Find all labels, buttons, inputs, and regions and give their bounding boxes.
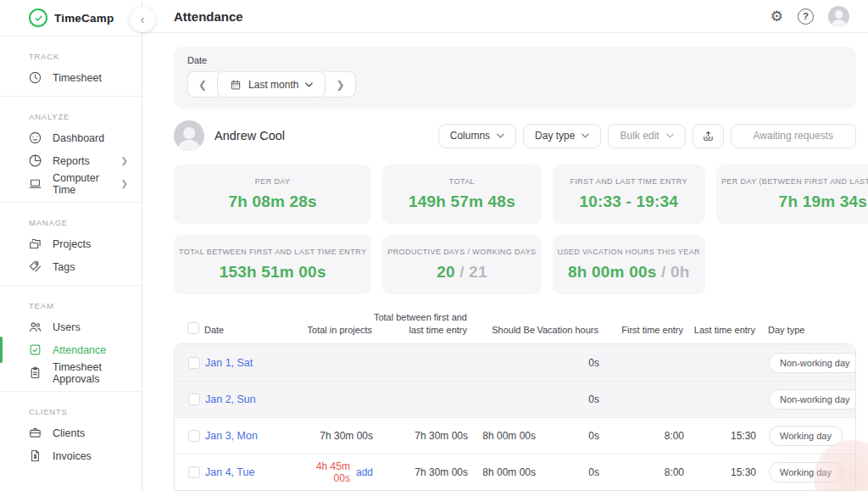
settings-gear-icon[interactable]: ⚙	[771, 9, 783, 24]
sidebar-item-reports[interactable]: Reports ❯	[0, 149, 142, 172]
sidebar-item-timesheet-approvals[interactable]: Timesheet Approvals	[0, 361, 142, 384]
awaiting-requests-button[interactable]: Awaiting requests	[731, 124, 857, 148]
cell-total-between: 7h 30m 00s	[373, 466, 468, 478]
dashboard-icon	[28, 131, 42, 145]
stat-label: PER DAY (BETWEEN FIRST AND LAST TIME ENT…	[721, 177, 868, 186]
sidebar-item-attendance[interactable]: Attendance	[0, 338, 142, 361]
table-row: Jan 3, Mon 7h 30m 00s 7h 30m 00s 8h 00m …	[175, 417, 855, 454]
day-type-badge[interactable]: Working day	[769, 462, 843, 483]
day-type-dropdown[interactable]: Day type	[523, 124, 601, 148]
chevron-right-icon: ❯	[121, 179, 128, 188]
clipboard-icon	[28, 365, 42, 380]
date-link[interactable]: Jan 2, Sun	[205, 393, 298, 405]
stat-value: 8h 00m 00s / 0h	[568, 263, 689, 282]
brand-name: TimeCamp	[54, 12, 114, 25]
stat-value: 7h 19m 34s	[779, 192, 867, 211]
columns-dropdown[interactable]: Columns	[438, 124, 516, 148]
sidebar-item-label: Reports	[53, 155, 90, 167]
cell-total-in-projects: 4h 45m 00s add	[298, 460, 373, 484]
col-total-between: Total between first and last time entry	[372, 311, 467, 336]
cell-day-type: Working day	[756, 462, 855, 483]
day-type-badge[interactable]: Non-working day	[769, 389, 856, 410]
section-label: CLIENTS	[0, 400, 142, 421]
sidebar-item-label: Clients	[53, 427, 85, 439]
stat-vacation-hours: USED VACATION HOURS THIS YEAR 8h 00m 00s…	[553, 235, 705, 294]
date-link[interactable]: Jan 1, Sat	[205, 357, 298, 369]
sidebar-item-dashboard[interactable]: Dashboard	[0, 126, 142, 149]
underlogged-time: 4h 45m 00s	[298, 460, 350, 484]
cell-last-time-entry: 15:30	[684, 430, 756, 442]
section-label: ANALYZE	[0, 105, 142, 126]
date-range-dropdown[interactable]: Last month	[217, 71, 326, 98]
brand-logo[interactable]: TimeCamp	[0, 0, 142, 36]
stat-label: FIRST AND LAST TIME ENTRY	[570, 177, 687, 186]
cell-first-time-entry: 8:00	[599, 466, 684, 478]
stat-per-day: PER DAY 7h 08m 28s	[174, 165, 371, 224]
stat-per-day-between: PER DAY (BETWEEN FIRST AND LAST TIME ENT…	[716, 165, 868, 224]
col-last-time-entry: Last time entry	[683, 324, 755, 336]
sidebar-item-computer-time[interactable]: Computer Time ❯	[0, 172, 142, 195]
stat-value: 153h 51m 00s	[220, 263, 326, 282]
row-checkbox[interactable]	[188, 393, 200, 405]
section-label: TEAM	[0, 294, 142, 315]
top-bar: Attendance ⚙ ?	[142, 0, 868, 33]
sidebar-item-clients[interactable]: Clients	[0, 421, 142, 444]
sidebar-item-label: Users	[53, 321, 81, 333]
sidebar-item-label: Projects	[53, 238, 91, 250]
awaiting-requests-label: Awaiting requests	[754, 130, 834, 142]
bulk-edit-label: Bulk edit	[620, 130, 659, 142]
sidebar-item-timesheet[interactable]: Timesheet	[0, 66, 142, 89]
cell-vacation-hours: 0s	[536, 430, 599, 442]
account-avatar[interactable]	[828, 6, 849, 27]
sidebar-item-projects[interactable]: Projects	[0, 232, 142, 255]
bulk-edit-dropdown[interactable]: Bulk edit	[608, 124, 685, 148]
day-type-badge[interactable]: Working day	[769, 426, 843, 446]
cell-total-between: 7h 30m 00s	[373, 430, 468, 442]
sidebar-item-label: Dashboard	[53, 132, 104, 144]
chevron-down-icon	[497, 133, 504, 138]
row-checkbox[interactable]	[188, 430, 200, 442]
cell-day-type: Non-working day	[756, 353, 856, 373]
stat-value: 10:33 - 19:34	[579, 192, 678, 211]
col-day-type: Day type	[755, 324, 856, 336]
app-window: TimeCamp ‹ TRACK Timesheet ANALYZE Dashb…	[0, 0, 868, 491]
table-row: Jan 4, Tue 4h 45m 00s add 7h 30m 00s 8h …	[175, 454, 855, 490]
check-square-icon	[28, 343, 42, 357]
timecamp-logo-icon	[29, 8, 47, 27]
stat-first-last-entry: FIRST AND LAST TIME ENTRY 10:33 - 19:34	[553, 165, 705, 224]
date-link[interactable]: Jan 4, Tue	[205, 466, 298, 478]
sidebar-item-label: Invoices	[53, 450, 92, 462]
help-icon[interactable]: ?	[798, 8, 814, 25]
select-all-checkbox[interactable]	[187, 322, 199, 334]
chevron-down-icon	[666, 133, 674, 138]
row-checkbox[interactable]	[188, 357, 200, 369]
stats-cards: PER DAY 7h 08m 28s TOTAL 149h 57m 48s FI…	[174, 165, 856, 294]
sidebar-section-clients: CLIENTS Clients Invoices	[0, 392, 142, 474]
col-first-time-entry: First time entry	[598, 324, 683, 336]
sidebar-item-tags[interactable]: Tags	[0, 255, 142, 278]
cell-first-time-entry: 8:00	[599, 430, 684, 442]
date-filter-panel: Date ❮ Last month ❯	[174, 47, 856, 109]
sidebar-item-users[interactable]: Users	[0, 315, 142, 338]
sidebar-section-analyze: ANALYZE Dashboard Reports ❯ Computer Tim…	[0, 97, 142, 202]
sidebar-item-label: Tags	[53, 261, 75, 273]
sidebar: TimeCamp ‹ TRACK Timesheet ANALYZE Dashb…	[0, 0, 142, 491]
topbar-actions: ⚙ ?	[771, 6, 849, 27]
cell-vacation-hours: 0s	[536, 393, 599, 405]
export-button[interactable]	[693, 124, 724, 148]
day-type-badge[interactable]: Non-working day	[769, 353, 856, 373]
cell-day-type: Working day	[756, 426, 855, 446]
date-link[interactable]: Jan 3, Mon	[205, 430, 298, 442]
row-checkbox[interactable]	[188, 466, 200, 478]
stat-label: USED VACATION HOURS THIS YEAR	[558, 248, 700, 256]
next-period-button[interactable]: ❯	[326, 71, 355, 98]
sidebar-collapse-button[interactable]: ‹	[130, 7, 155, 32]
col-total-in-projects: Total in projects	[298, 324, 372, 336]
prev-period-button[interactable]: ❮	[187, 71, 217, 98]
section-label: TRACK	[0, 45, 142, 66]
attendance-table: Jan 1, Sat 0s Non-working day Jan 2, Sun…	[174, 343, 856, 491]
calendar-icon	[230, 79, 242, 91]
sidebar-item-invoices[interactable]: Invoices	[0, 444, 142, 467]
sidebar-section-manage: MANAGE Projects Tags	[0, 203, 142, 285]
add-time-link[interactable]: add	[356, 466, 373, 478]
